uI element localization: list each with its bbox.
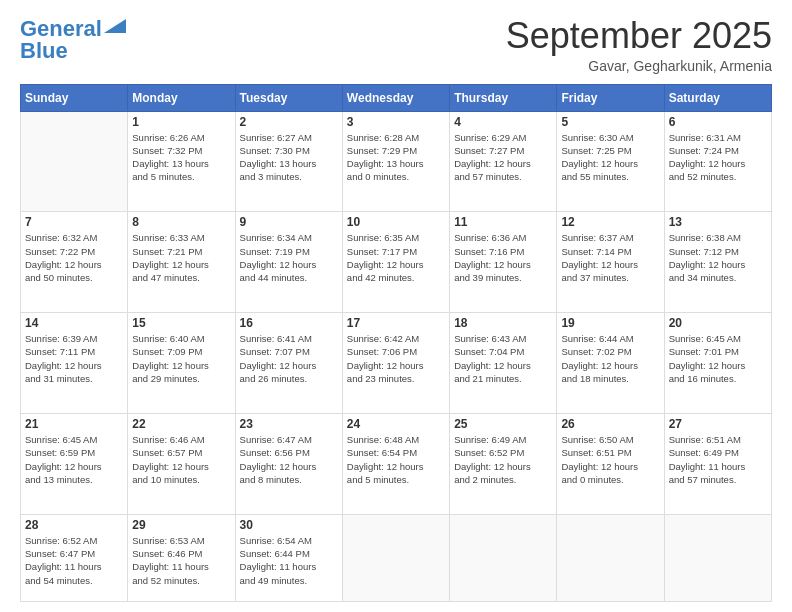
day-info: Sunrise: 6:50 AMSunset: 6:51 PMDaylight:… xyxy=(561,433,659,486)
day-number: 17 xyxy=(347,316,445,330)
table-row: 13Sunrise: 6:38 AMSunset: 7:12 PMDayligh… xyxy=(664,212,771,313)
day-number: 22 xyxy=(132,417,230,431)
header: General Blue September 2025 Gavar, Gegha… xyxy=(20,16,772,74)
day-number: 15 xyxy=(132,316,230,330)
day-info: Sunrise: 6:39 AMSunset: 7:11 PMDaylight:… xyxy=(25,332,123,385)
table-row xyxy=(664,514,771,601)
table-row: 16Sunrise: 6:41 AMSunset: 7:07 PMDayligh… xyxy=(235,313,342,414)
day-number: 4 xyxy=(454,115,552,129)
day-number: 14 xyxy=(25,316,123,330)
day-info: Sunrise: 6:48 AMSunset: 6:54 PMDaylight:… xyxy=(347,433,445,486)
day-info: Sunrise: 6:53 AMSunset: 6:46 PMDaylight:… xyxy=(132,534,230,587)
table-row: 11Sunrise: 6:36 AMSunset: 7:16 PMDayligh… xyxy=(450,212,557,313)
table-row: 26Sunrise: 6:50 AMSunset: 6:51 PMDayligh… xyxy=(557,413,664,514)
logo: General Blue xyxy=(20,16,126,64)
table-row: 2Sunrise: 6:27 AMSunset: 7:30 PMDaylight… xyxy=(235,111,342,212)
table-row: 23Sunrise: 6:47 AMSunset: 6:56 PMDayligh… xyxy=(235,413,342,514)
day-info: Sunrise: 6:28 AMSunset: 7:29 PMDaylight:… xyxy=(347,131,445,184)
day-number: 18 xyxy=(454,316,552,330)
day-info: Sunrise: 6:49 AMSunset: 6:52 PMDaylight:… xyxy=(454,433,552,486)
day-number: 27 xyxy=(669,417,767,431)
col-thursday: Thursday xyxy=(450,84,557,111)
location: Gavar, Gegharkunik, Armenia xyxy=(506,58,772,74)
table-row: 29Sunrise: 6:53 AMSunset: 6:46 PMDayligh… xyxy=(128,514,235,601)
day-number: 6 xyxy=(669,115,767,129)
table-row: 25Sunrise: 6:49 AMSunset: 6:52 PMDayligh… xyxy=(450,413,557,514)
day-info: Sunrise: 6:35 AMSunset: 7:17 PMDaylight:… xyxy=(347,231,445,284)
logo-blue: Blue xyxy=(20,38,68,64)
day-info: Sunrise: 6:36 AMSunset: 7:16 PMDaylight:… xyxy=(454,231,552,284)
day-number: 7 xyxy=(25,215,123,229)
day-number: 1 xyxy=(132,115,230,129)
table-row: 5Sunrise: 6:30 AMSunset: 7:25 PMDaylight… xyxy=(557,111,664,212)
table-row: 10Sunrise: 6:35 AMSunset: 7:17 PMDayligh… xyxy=(342,212,449,313)
table-row: 19Sunrise: 6:44 AMSunset: 7:02 PMDayligh… xyxy=(557,313,664,414)
day-info: Sunrise: 6:43 AMSunset: 7:04 PMDaylight:… xyxy=(454,332,552,385)
table-row: 8Sunrise: 6:33 AMSunset: 7:21 PMDaylight… xyxy=(128,212,235,313)
page: General Blue September 2025 Gavar, Gegha… xyxy=(0,0,792,612)
month-title: September 2025 xyxy=(506,16,772,56)
day-number: 23 xyxy=(240,417,338,431)
day-number: 13 xyxy=(669,215,767,229)
table-row: 17Sunrise: 6:42 AMSunset: 7:06 PMDayligh… xyxy=(342,313,449,414)
day-number: 19 xyxy=(561,316,659,330)
logo-icon xyxy=(104,19,126,33)
day-info: Sunrise: 6:30 AMSunset: 7:25 PMDaylight:… xyxy=(561,131,659,184)
day-info: Sunrise: 6:54 AMSunset: 6:44 PMDaylight:… xyxy=(240,534,338,587)
col-wednesday: Wednesday xyxy=(342,84,449,111)
day-number: 29 xyxy=(132,518,230,532)
day-number: 12 xyxy=(561,215,659,229)
table-row: 28Sunrise: 6:52 AMSunset: 6:47 PMDayligh… xyxy=(21,514,128,601)
table-row: 24Sunrise: 6:48 AMSunset: 6:54 PMDayligh… xyxy=(342,413,449,514)
day-info: Sunrise: 6:34 AMSunset: 7:19 PMDaylight:… xyxy=(240,231,338,284)
table-row: 6Sunrise: 6:31 AMSunset: 7:24 PMDaylight… xyxy=(664,111,771,212)
day-number: 9 xyxy=(240,215,338,229)
day-info: Sunrise: 6:37 AMSunset: 7:14 PMDaylight:… xyxy=(561,231,659,284)
day-info: Sunrise: 6:52 AMSunset: 6:47 PMDaylight:… xyxy=(25,534,123,587)
day-number: 10 xyxy=(347,215,445,229)
svg-marker-0 xyxy=(104,19,126,33)
day-info: Sunrise: 6:45 AMSunset: 7:01 PMDaylight:… xyxy=(669,332,767,385)
table-row: 20Sunrise: 6:45 AMSunset: 7:01 PMDayligh… xyxy=(664,313,771,414)
table-row: 18Sunrise: 6:43 AMSunset: 7:04 PMDayligh… xyxy=(450,313,557,414)
table-row: 3Sunrise: 6:28 AMSunset: 7:29 PMDaylight… xyxy=(342,111,449,212)
day-number: 11 xyxy=(454,215,552,229)
table-row: 21Sunrise: 6:45 AMSunset: 6:59 PMDayligh… xyxy=(21,413,128,514)
table-row: 12Sunrise: 6:37 AMSunset: 7:14 PMDayligh… xyxy=(557,212,664,313)
day-number: 25 xyxy=(454,417,552,431)
day-info: Sunrise: 6:27 AMSunset: 7:30 PMDaylight:… xyxy=(240,131,338,184)
table-row xyxy=(342,514,449,601)
day-number: 30 xyxy=(240,518,338,532)
day-info: Sunrise: 6:47 AMSunset: 6:56 PMDaylight:… xyxy=(240,433,338,486)
day-number: 16 xyxy=(240,316,338,330)
day-info: Sunrise: 6:33 AMSunset: 7:21 PMDaylight:… xyxy=(132,231,230,284)
table-row: 22Sunrise: 6:46 AMSunset: 6:57 PMDayligh… xyxy=(128,413,235,514)
day-info: Sunrise: 6:40 AMSunset: 7:09 PMDaylight:… xyxy=(132,332,230,385)
day-info: Sunrise: 6:45 AMSunset: 6:59 PMDaylight:… xyxy=(25,433,123,486)
day-info: Sunrise: 6:41 AMSunset: 7:07 PMDaylight:… xyxy=(240,332,338,385)
day-info: Sunrise: 6:26 AMSunset: 7:32 PMDaylight:… xyxy=(132,131,230,184)
col-friday: Friday xyxy=(557,84,664,111)
table-row: 27Sunrise: 6:51 AMSunset: 6:49 PMDayligh… xyxy=(664,413,771,514)
col-saturday: Saturday xyxy=(664,84,771,111)
table-row: 15Sunrise: 6:40 AMSunset: 7:09 PMDayligh… xyxy=(128,313,235,414)
day-number: 26 xyxy=(561,417,659,431)
table-row: 14Sunrise: 6:39 AMSunset: 7:11 PMDayligh… xyxy=(21,313,128,414)
day-info: Sunrise: 6:42 AMSunset: 7:06 PMDaylight:… xyxy=(347,332,445,385)
day-number: 21 xyxy=(25,417,123,431)
day-info: Sunrise: 6:29 AMSunset: 7:27 PMDaylight:… xyxy=(454,131,552,184)
table-row: 9Sunrise: 6:34 AMSunset: 7:19 PMDaylight… xyxy=(235,212,342,313)
day-number: 8 xyxy=(132,215,230,229)
table-row xyxy=(557,514,664,601)
table-row: 7Sunrise: 6:32 AMSunset: 7:22 PMDaylight… xyxy=(21,212,128,313)
day-number: 24 xyxy=(347,417,445,431)
table-row xyxy=(450,514,557,601)
calendar-header-row: Sunday Monday Tuesday Wednesday Thursday… xyxy=(21,84,772,111)
day-number: 28 xyxy=(25,518,123,532)
day-info: Sunrise: 6:31 AMSunset: 7:24 PMDaylight:… xyxy=(669,131,767,184)
day-info: Sunrise: 6:51 AMSunset: 6:49 PMDaylight:… xyxy=(669,433,767,486)
day-number: 2 xyxy=(240,115,338,129)
table-row: 30Sunrise: 6:54 AMSunset: 6:44 PMDayligh… xyxy=(235,514,342,601)
table-row xyxy=(21,111,128,212)
day-info: Sunrise: 6:32 AMSunset: 7:22 PMDaylight:… xyxy=(25,231,123,284)
